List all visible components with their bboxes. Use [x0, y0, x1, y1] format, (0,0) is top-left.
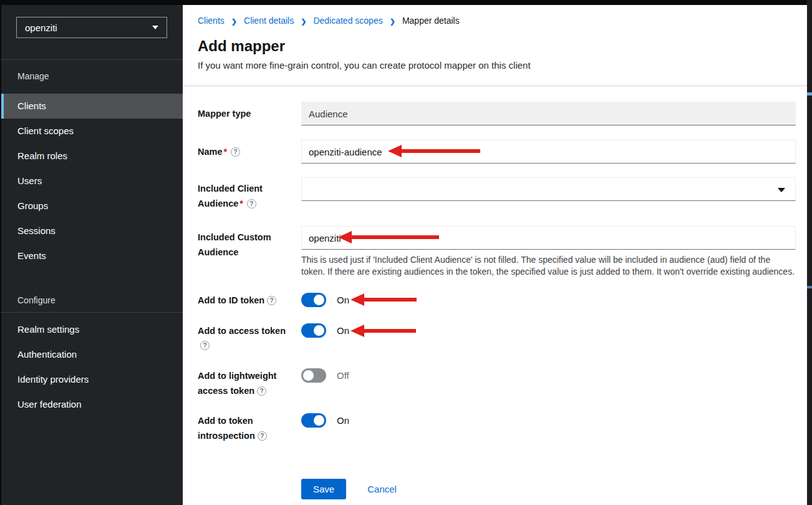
add-to-access-token-toggle[interactable]: [301, 323, 326, 338]
add-to-lightweight-access-token-state: Off: [337, 368, 349, 383]
question-circle-icon[interactable]: ?: [258, 431, 267, 441]
sidebar-nav: openziti Manage Clients Client scopes Re…: [0, 5, 183, 505]
add-to-lightweight-access-token-row: Add to lightweight access token? Off: [198, 368, 796, 398]
mapper-type-label: Mapper type: [198, 102, 299, 125]
save-button[interactable]: Save: [301, 479, 346, 499]
name-input[interactable]: [301, 140, 796, 164]
add-to-access-token-row: Add to access token ? On: [198, 323, 796, 353]
breadcrumb-dedicated-scopes[interactable]: Dedicated scopes: [313, 16, 382, 26]
cancel-button[interactable]: Cancel: [367, 484, 397, 494]
question-circle-icon[interactable]: ?: [267, 296, 276, 305]
breadcrumb-client-details[interactable]: Client details: [244, 16, 294, 26]
add-to-access-token-label: Add to access token ?: [198, 323, 299, 338]
add-to-lightweight-access-token-toggle[interactable]: [301, 368, 326, 383]
add-to-id-token-row: Add to ID token? On: [198, 293, 796, 308]
toggle-knob: [314, 415, 324, 426]
included-client-audience-row: Included Client Audience*?: [198, 177, 796, 206]
breadcrumb: Clients ❯ Client details ❯ Dedicated sco…: [198, 16, 460, 26]
realm-selector-value: openziti: [25, 22, 57, 33]
add-to-id-token-state: On: [337, 293, 349, 307]
top-bar: [0, 0, 812, 5]
scrollbar-mark: [807, 286, 812, 288]
caret-down-icon: [778, 188, 785, 192]
add-to-token-introspection-state: On: [337, 413, 349, 428]
chevron-down-icon: [152, 26, 158, 29]
scrollbar-mark: [807, 92, 812, 96]
sidebar-item-sessions[interactable]: Sessions: [1, 218, 183, 243]
add-to-token-introspection-toggle[interactable]: [301, 413, 326, 428]
page-title: Add mapper: [198, 37, 285, 55]
chevron-right-icon: ❯: [231, 17, 237, 26]
required-indicator: *: [239, 199, 243, 208]
sidebar-item-client-scopes[interactable]: Client scopes: [1, 119, 183, 144]
required-indicator: *: [224, 147, 228, 157]
sidebar-item-users[interactable]: Users: [1, 169, 183, 194]
question-circle-icon[interactable]: ?: [200, 341, 210, 350]
nav-group-configure: Realm settings Authentication Identity p…: [1, 317, 183, 417]
question-circle-icon[interactable]: ?: [247, 199, 256, 208]
add-to-id-token-label: Add to ID token?: [198, 293, 299, 308]
question-circle-icon[interactable]: ?: [257, 386, 266, 396]
add-to-token-introspection-row: Add to token introspection? On: [198, 413, 796, 443]
sidebar-item-realm-settings[interactable]: Realm settings: [1, 317, 183, 342]
chevron-right-icon: ❯: [390, 17, 395, 26]
page-subtitle: If you want more fine-grain control, you…: [198, 60, 531, 71]
sidebar-item-user-federation[interactable]: User federation: [1, 392, 183, 417]
sidebar-item-realm-roles[interactable]: Realm roles: [1, 144, 183, 169]
included-custom-audience-input[interactable]: [301, 226, 796, 250]
realm-selector-dropdown[interactable]: openziti: [16, 17, 167, 38]
mapper-type-field[interactable]: [301, 102, 796, 125]
breadcrumb-clients[interactable]: Clients: [198, 16, 225, 26]
nav-group-manage: Clients Client scopes Realm roles Users …: [1, 94, 183, 268]
toggle-knob: [303, 370, 314, 381]
main-content: Clients ❯ Client details ❯ Dedicated sco…: [183, 5, 807, 505]
mapper-type-row: Mapper type: [198, 102, 796, 125]
sidebar-item-events[interactable]: Events: [1, 243, 183, 268]
included-client-audience-label: Included Client Audience*?: [198, 181, 299, 211]
toggle-knob: [314, 325, 324, 336]
sidebar-item-clients[interactable]: Clients: [1, 94, 183, 119]
add-to-access-token-state: On: [337, 323, 349, 338]
name-label: Name*?: [198, 140, 299, 164]
header-divider: [183, 86, 807, 86]
form-actions: Save Cancel: [198, 478, 796, 500]
sidebar-item-groups[interactable]: Groups: [1, 194, 183, 218]
breadcrumb-mapper-details: Mapper details: [402, 16, 460, 26]
sidebar-item-authentication[interactable]: Authentication: [1, 342, 183, 367]
included-custom-audience-help-text: This is used just if 'Included Client Au…: [301, 254, 796, 278]
chevron-right-icon: ❯: [301, 17, 306, 26]
sidebar-divider: [1, 312, 183, 313]
name-row: Name*?: [198, 140, 796, 164]
nav-section-manage: Manage: [17, 69, 49, 84]
sidebar-divider: [1, 59, 183, 60]
included-client-audience-select[interactable]: [301, 177, 796, 201]
add-to-id-token-toggle[interactable]: [301, 293, 326, 307]
add-to-lightweight-access-token-label: Add to lightweight access token?: [198, 368, 299, 398]
nav-section-configure: Configure: [17, 293, 56, 308]
scrollbar[interactable]: [807, 0, 812, 505]
question-circle-icon[interactable]: ?: [231, 147, 240, 157]
add-to-token-introspection-label: Add to token introspection?: [198, 413, 299, 443]
toggle-knob: [314, 295, 324, 305]
sidebar-item-identity-providers[interactable]: Identity providers: [1, 367, 183, 392]
included-custom-audience-label: Included Custom Audience: [198, 230, 299, 260]
